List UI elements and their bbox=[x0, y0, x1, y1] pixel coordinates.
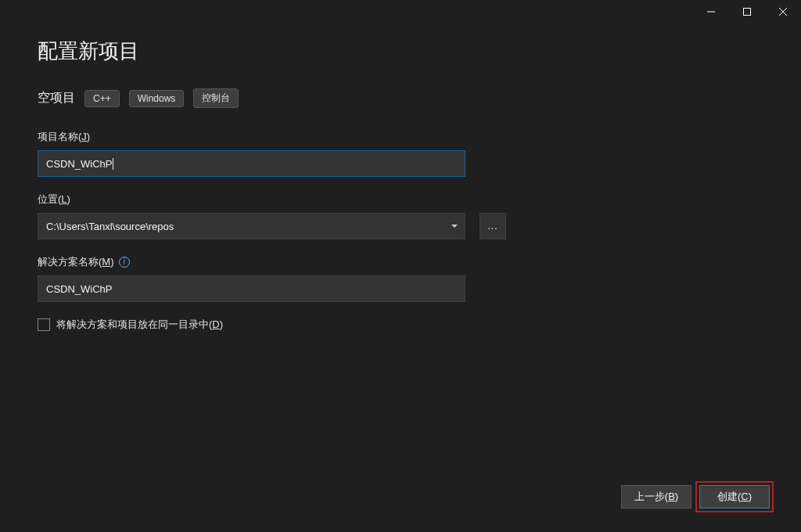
minimize-button[interactable] bbox=[693, 0, 729, 23]
project-name-input[interactable]: CSDN_WiChP bbox=[38, 150, 465, 177]
same-directory-row: 将解决方案和项目放在同一目录中(D) bbox=[38, 318, 763, 332]
template-name: 空项目 bbox=[38, 90, 75, 106]
minimize-icon bbox=[707, 8, 715, 16]
same-directory-checkbox[interactable] bbox=[38, 318, 50, 331]
template-row: 空项目 C++ Windows 控制台 bbox=[38, 88, 763, 108]
title-bar bbox=[0, 0, 801, 23]
project-name-label: 项目名称(J) bbox=[38, 130, 763, 144]
solution-name-input[interactable]: CSDN_WiChP bbox=[38, 275, 465, 302]
browse-button[interactable]: ... bbox=[480, 213, 506, 239]
solution-name-group: 解决方案名称(M) i CSDN_WiChP bbox=[38, 255, 763, 302]
same-directory-label: 将解决方案和项目放在同一目录中(D) bbox=[56, 318, 223, 332]
location-select[interactable]: C:\Users\Tanxl\source\repos bbox=[38, 213, 465, 239]
maximize-icon bbox=[743, 8, 751, 16]
chevron-down-icon bbox=[451, 225, 458, 228]
template-tag: Windows bbox=[129, 90, 185, 107]
solution-name-label: 解决方案名称(M) i bbox=[38, 255, 763, 269]
page-title: 配置新项目 bbox=[38, 38, 763, 65]
project-name-group: 项目名称(J) CSDN_WiChP bbox=[38, 130, 763, 177]
create-button[interactable]: 创建(C) bbox=[699, 485, 770, 509]
info-icon[interactable]: i bbox=[119, 257, 130, 268]
template-tag: 控制台 bbox=[193, 88, 239, 108]
close-button[interactable] bbox=[765, 0, 801, 23]
back-button[interactable]: 上一步(B) bbox=[621, 485, 691, 509]
svg-rect-1 bbox=[744, 9, 751, 16]
footer-buttons: 上一步(B) 创建(C) bbox=[621, 485, 770, 509]
template-tag: C++ bbox=[84, 90, 120, 107]
maximize-button[interactable] bbox=[729, 0, 765, 23]
location-label: 位置(L) bbox=[38, 192, 763, 207]
location-group: 位置(L) C:\Users\Tanxl\source\repos ... bbox=[38, 192, 763, 239]
close-icon bbox=[779, 8, 787, 16]
